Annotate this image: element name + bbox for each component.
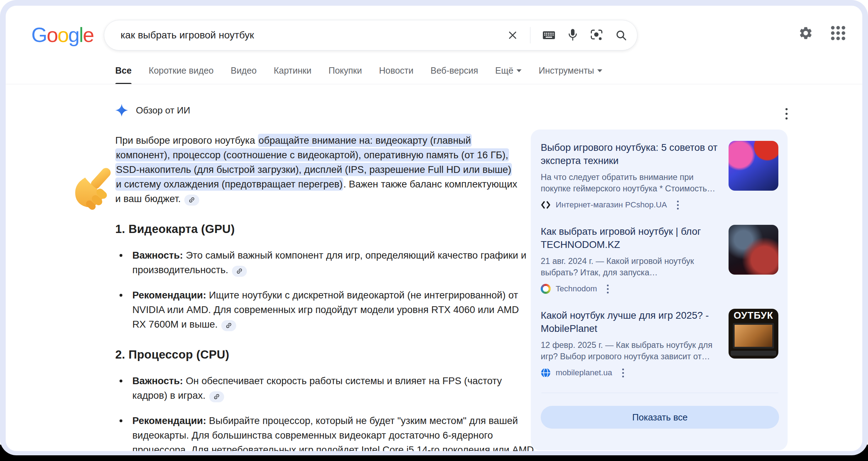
list-item: Важность: Он обеспечивает скорость работ… <box>115 373 535 403</box>
source-card-3[interactable]: Какой ноутбук лучше для игр 2025? - Mobi… <box>541 309 779 378</box>
google-lens-icon[interactable] <box>590 29 603 42</box>
google-logo[interactable]: Google <box>31 23 94 47</box>
aio-intro-paragraph: При выборе игрового ноутбука обращайте в… <box>115 133 519 206</box>
technodom-favicon <box>541 284 551 294</box>
tab-videos[interactable]: Видео <box>231 65 256 84</box>
keyboard-icon[interactable] <box>542 30 555 41</box>
google-apps-icon[interactable] <box>831 26 845 40</box>
card-title[interactable]: Какой ноутбук лучше для игр 2025? - Mobi… <box>541 309 720 335</box>
tab-images[interactable]: Картинки <box>274 65 312 84</box>
laptop-screen-graphic <box>733 323 774 349</box>
source-link-chip[interactable] <box>184 195 199 206</box>
pointing-hand-emoji <box>64 162 118 216</box>
source-name: Интернет-магазин PCshop.UA <box>556 200 667 210</box>
browser-page: Google <box>6 6 862 451</box>
gpu-bullet-list: Важность: Это самый важный компонент для… <box>115 248 519 332</box>
card-snippet: 21 авг. 2024 г. — Какой игровой ноутбук … <box>541 255 720 278</box>
card-snippet: На что следует обратить внимание при пок… <box>541 171 720 194</box>
thumbnail[interactable]: ОУТБУК <box>729 309 778 359</box>
source-name: Technodom <box>556 284 597 293</box>
source-name: mobileplanet.ua <box>556 368 612 377</box>
chevron-down-icon <box>597 69 602 72</box>
list-item: Рекомендации: Выбирайте процессор, котор… <box>115 413 535 451</box>
code-brackets-favicon <box>541 200 551 210</box>
tabs-divider <box>6 84 862 84</box>
aio-overflow-menu[interactable] <box>785 108 788 120</box>
cpu-bullet-list: Важность: Он обеспечивает скорость работ… <box>115 373 519 451</box>
tab-more[interactable]: Ещё <box>495 65 522 84</box>
gemini-sparkle-icon <box>115 104 128 117</box>
show-all-button[interactable]: Показать все <box>541 406 779 429</box>
settings-gear-icon[interactable] <box>798 26 813 41</box>
result-filter-tabs: Все Короткие видео Видео Картинки Покупк… <box>115 65 602 84</box>
three-dots-icon[interactable] <box>607 285 609 293</box>
chevron-down-icon <box>517 69 522 72</box>
card-snippet: 12 февр. 2025 г. — Как выбрать ноутбук д… <box>541 339 720 362</box>
list-item: Важность: Это самый важный компонент для… <box>115 248 535 277</box>
source-card-1[interactable]: Выбор игрового ноутбука: 5 советов от эк… <box>541 141 779 210</box>
search-box[interactable] <box>104 20 637 51</box>
three-dots-icon <box>785 108 788 120</box>
tab-web[interactable]: Веб-версия <box>430 65 478 84</box>
aio-sources-panel: Выбор игрового ноутбука: 5 советов от эк… <box>531 129 788 450</box>
source-card-2[interactable]: Как выбрать игровой ноутбук | блог TECHN… <box>541 225 779 294</box>
three-dots-icon[interactable] <box>677 201 679 210</box>
three-dots-icon[interactable] <box>622 369 624 377</box>
screenshot-root: Google <box>0 0 868 461</box>
list-item: Рекомендации: Ищите ноутбуки с дискретно… <box>115 288 535 332</box>
source-link-chip[interactable] <box>232 266 247 277</box>
search-divider <box>530 27 530 43</box>
source-link-chip[interactable] <box>221 320 236 331</box>
card-title[interactable]: Как выбрать игровой ноутбук | блог TECHN… <box>541 225 720 251</box>
laptop-base-graphic <box>731 351 776 356</box>
ai-overview: Обзор от ИИ При выборе игрового ноутбука… <box>115 104 519 451</box>
thumbnail[interactable] <box>729 141 778 191</box>
thumbnail-caption: ОУТБУК <box>729 310 778 321</box>
tab-all[interactable]: Все <box>115 65 132 84</box>
tab-short-videos[interactable]: Короткие видео <box>149 65 214 84</box>
tab-shopping[interactable]: Покупки <box>328 65 362 84</box>
thumbnail[interactable] <box>729 225 778 275</box>
globe-favicon <box>541 368 551 378</box>
tab-tools[interactable]: Инструменты <box>539 65 602 84</box>
voice-search-icon[interactable] <box>567 28 578 42</box>
search-submit-icon[interactable] <box>615 29 627 41</box>
clear-search-icon[interactable] <box>507 30 518 41</box>
aio-title: Обзор от ИИ <box>136 105 190 116</box>
section-heading-gpu: 1. Видеокарта (GPU) <box>115 222 519 236</box>
tab-news[interactable]: Новости <box>379 65 413 84</box>
search-input[interactable] <box>121 30 476 41</box>
panel-divider <box>541 393 778 393</box>
section-heading-cpu: 2. Процессор (CPU) <box>115 348 519 361</box>
card-title[interactable]: Выбор игрового ноутбука: 5 советов от эк… <box>541 141 720 167</box>
source-link-chip[interactable] <box>209 391 224 402</box>
